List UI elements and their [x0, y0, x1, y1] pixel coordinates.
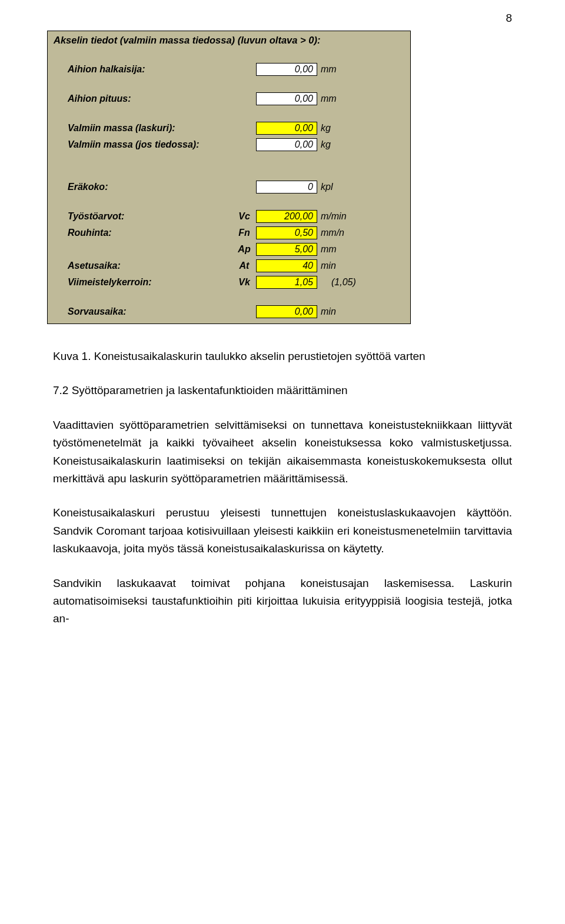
- input-fn[interactable]: 0,50: [256, 226, 317, 239]
- figure-caption: Kuva 1. Koneistusaikalaskurin taulukko a…: [53, 348, 512, 365]
- label-erakoko: Eräkoko:: [68, 182, 232, 192]
- unit-kg: kg: [317, 123, 331, 134]
- input-vk[interactable]: 1,05: [256, 276, 317, 289]
- label-viimeistelykerroin: Viimeistelykerroin:: [68, 277, 232, 288]
- short-fn: Fn: [232, 228, 256, 238]
- paragraph-3: Sandvikin laskukaavat toimivat pohjana k…: [53, 575, 512, 628]
- input-aihion-pituus[interactable]: 0,00: [256, 92, 317, 105]
- label-tyostoarvot: Työstöarvot:: [68, 211, 232, 222]
- unit-mm: mm: [317, 64, 337, 75]
- input-ap[interactable]: 5,00: [256, 243, 317, 256]
- label-valmiin-massa-tiedossa: Valmiin massa (jos tiedossa):: [68, 139, 232, 150]
- short-vk: Vk: [232, 277, 256, 288]
- input-at[interactable]: 40: [256, 259, 317, 272]
- input-sorvausaika[interactable]: 0,00: [256, 305, 317, 318]
- page-number: 8: [0, 12, 512, 25]
- row-aihion-halkaisija: Aihion halkaisija: 0,00 mm: [48, 61, 410, 78]
- row-viimeistelykerroin: Viimeistelykerroin: Vk 1,05 (1,05): [48, 274, 410, 291]
- paragraph-2: Koneistusaikalaskuri perustuu yleisesti …: [53, 504, 512, 558]
- unit-kpl: kpl: [317, 182, 333, 192]
- unit-min: min: [317, 306, 336, 317]
- unit-mmn: mm/n: [317, 228, 344, 238]
- row-erakoko: Eräkoko: 0 kpl: [48, 179, 410, 195]
- short-at: At: [232, 261, 256, 271]
- section-heading: 7.2 Syöttöparametrien ja laskentafunktio…: [53, 382, 512, 399]
- label-rouhinta: Rouhinta:: [68, 228, 232, 238]
- paragraph-1: Vaadittavien syöttöparametrien selvittäm…: [53, 416, 512, 488]
- input-aihion-halkaisija[interactable]: 0,00: [256, 63, 317, 76]
- short-ap: Ap: [232, 244, 256, 255]
- label-aihion-pituus: Aihion pituus:: [68, 94, 232, 104]
- input-erakoko[interactable]: 0: [256, 181, 317, 194]
- unit-mmin: m/min: [317, 211, 347, 222]
- input-vc[interactable]: 200,00: [256, 210, 317, 223]
- row-valmiin-massa-tiedossa: Valmiin massa (jos tiedossa): 0,00 kg: [48, 136, 410, 153]
- label-asetusaika: Asetusaika:: [68, 261, 232, 271]
- row-rouhinta: Rouhinta: Fn 0,50 mm/n: [48, 225, 410, 241]
- extra-105: (1,05): [317, 277, 356, 288]
- row-tyostoarvot: Työstöarvot: Vc 200,00 m/min: [48, 208, 410, 225]
- label-aihion-halkaisija: Aihion halkaisija:: [68, 64, 232, 75]
- unit-kg: kg: [317, 139, 331, 150]
- input-valmiin-massa-tiedossa[interactable]: 0,00: [256, 138, 317, 151]
- unit-min: min: [317, 261, 336, 271]
- input-valmiin-massa-laskuri[interactable]: 0,00: [256, 122, 317, 135]
- row-ap: Ap 5,00 mm: [48, 241, 410, 258]
- form-title: Akselin tiedot (valmiin massa tiedossa) …: [48, 31, 410, 48]
- label-valmiin-massa-laskuri: Valmiin massa (laskuri):: [68, 123, 232, 134]
- row-aihion-pituus: Aihion pituus: 0,00 mm: [48, 91, 410, 107]
- unit-mm: mm: [317, 94, 337, 104]
- short-vc: Vc: [232, 211, 256, 222]
- form-akselin-tiedot: Akselin tiedot (valmiin massa tiedossa) …: [47, 31, 411, 324]
- unit-mm: mm: [317, 244, 337, 255]
- label-sorvausaika: Sorvausaika:: [68, 306, 232, 317]
- row-valmiin-massa-laskuri: Valmiin massa (laskuri): 0,00 kg: [48, 120, 410, 136]
- row-asetusaika: Asetusaika: At 40 min: [48, 258, 410, 274]
- row-sorvausaika: Sorvausaika: 0,00 min: [48, 303, 410, 320]
